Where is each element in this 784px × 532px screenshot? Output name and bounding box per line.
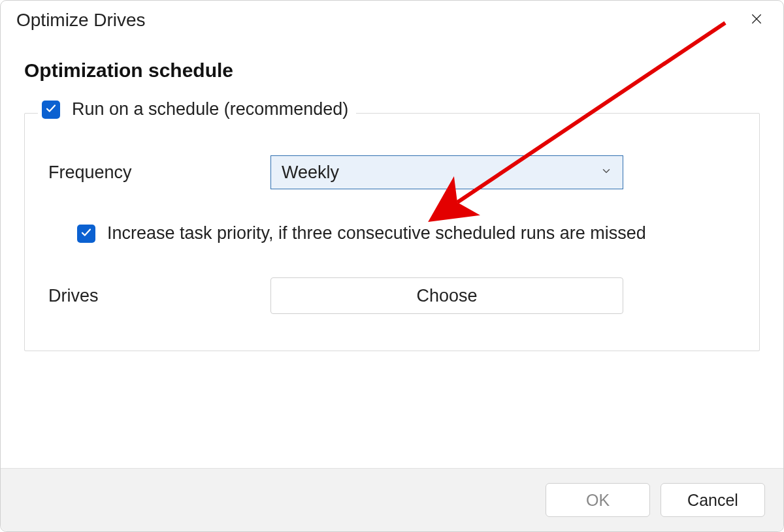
section-heading: Optimization schedule xyxy=(24,59,760,82)
optimize-drives-dialog: Optimize Drives Optimization schedule xyxy=(0,0,784,532)
frequency-row: Frequency Weekly xyxy=(48,155,736,189)
increase-priority-row: Increase task priority, if three consecu… xyxy=(77,223,736,243)
schedule-groupbox: Run on a schedule (recommended) Frequenc… xyxy=(24,113,760,351)
frequency-label: Frequency xyxy=(48,163,270,183)
chevron-down-icon xyxy=(600,165,612,180)
window-title: Optimize Drives xyxy=(16,10,146,31)
drives-row: Drives Choose xyxy=(48,277,736,314)
dialog-content: Optimization schedule Run on a schedule … xyxy=(1,36,783,468)
increase-priority-checkbox[interactable] xyxy=(77,225,95,243)
ok-button[interactable]: OK xyxy=(546,483,650,517)
run-on-schedule-checkbox[interactable] xyxy=(42,101,60,119)
titlebar: Optimize Drives xyxy=(1,1,783,36)
dialog-footer: OK Cancel xyxy=(1,468,783,531)
cancel-button[interactable]: Cancel xyxy=(661,483,765,517)
checkmark-icon xyxy=(45,102,57,117)
close-button[interactable] xyxy=(742,7,772,33)
choose-drives-button[interactable]: Choose xyxy=(270,277,623,314)
group-legend: Run on a schedule (recommended) xyxy=(38,99,356,119)
frequency-value: Weekly xyxy=(282,163,339,183)
close-icon xyxy=(750,12,763,28)
run-on-schedule-label: Run on a schedule (recommended) xyxy=(72,99,348,119)
increase-priority-label: Increase task priority, if three consecu… xyxy=(107,223,646,243)
frequency-select[interactable]: Weekly xyxy=(270,155,623,189)
checkmark-icon xyxy=(80,227,92,241)
drives-label: Drives xyxy=(48,286,270,306)
